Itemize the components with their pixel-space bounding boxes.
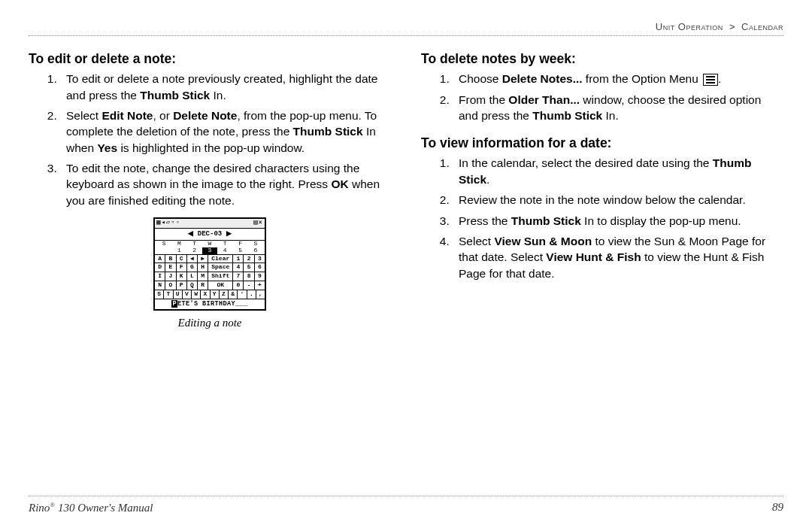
list-item: To edit the note, change the desired cha… xyxy=(60,160,391,208)
heading-view-date: To view information for a date: xyxy=(421,134,783,152)
figure-note-line: PETE'S BIRTHDAY___ xyxy=(155,299,265,309)
toolbar-right-icons: ▤✕ xyxy=(253,220,263,227)
figure-date-row: 123456 xyxy=(155,247,265,254)
breadcrumb-page: Calendar xyxy=(741,21,783,32)
calendar-keyboard-figure: ▦◂▱▫◦ ▤✕ ◀DEC-03▶ SMTWTFS 123456 ABC◀▶Cl… xyxy=(153,217,266,311)
figure-month-row: ◀DEC-03▶ xyxy=(155,229,265,241)
breadcrumb-sep: > xyxy=(729,21,735,32)
option-menu-icon xyxy=(703,74,718,86)
view-date-list: In the calendar, select the desired date… xyxy=(421,155,783,281)
heading-delete-week: To delete notes by week: xyxy=(421,50,783,68)
toolbar-left-icons: ▦◂▱▫◦ xyxy=(156,220,180,227)
edit-delete-list: To edit or delete a note previously crea… xyxy=(29,71,391,208)
prev-month-icon: ◀ xyxy=(188,229,193,237)
list-item: Press the Thumb Stick In to display the … xyxy=(453,213,783,229)
footer-manual-title: Rino® 130 Owner's Manual xyxy=(29,501,153,514)
list-item: Review the note in the note window below… xyxy=(453,192,783,208)
next-month-icon: ▶ xyxy=(226,229,232,237)
footer-page-number: 89 xyxy=(772,501,783,514)
figure-toolbar: ▦◂▱▫◦ ▤✕ xyxy=(155,219,265,229)
list-item: From the Older Than... window, choose th… xyxy=(453,92,783,124)
right-column: To delete notes by week: Choose Delete N… xyxy=(421,50,783,488)
list-item: To edit or delete a note previously crea… xyxy=(60,71,391,103)
list-item: Select View Sun & Moon to view the Sun &… xyxy=(453,233,783,281)
left-column: To edit or delete a note: To edit or del… xyxy=(29,50,391,488)
page-footer: Rino® 130 Owner's Manual 89 xyxy=(29,496,783,514)
list-item: Select Edit Note, or Delete Note, from t… xyxy=(60,108,391,156)
list-item: Choose Delete Notes... from the Option M… xyxy=(453,71,783,86)
figure-month: DEC-03 xyxy=(198,230,222,238)
heading-edit-delete: To edit or delete a note: xyxy=(29,50,391,68)
figure-wrap: ▦◂▱▫◦ ▤✕ ◀DEC-03▶ SMTWTFS 123456 ABC◀▶Cl… xyxy=(29,217,391,330)
list-item: In the calendar, select the desired date… xyxy=(453,155,783,187)
delete-week-list: Choose Delete Notes... from the Option M… xyxy=(421,71,783,123)
breadcrumb: Unit Operation > Calendar xyxy=(29,21,783,36)
figure-keyboard: ABC◀▶Clear123 DEFGHSpace456 IJKLMShift78… xyxy=(155,254,265,299)
figure-caption: Editing a note xyxy=(29,315,391,331)
breadcrumb-section: Unit Operation xyxy=(656,21,723,32)
